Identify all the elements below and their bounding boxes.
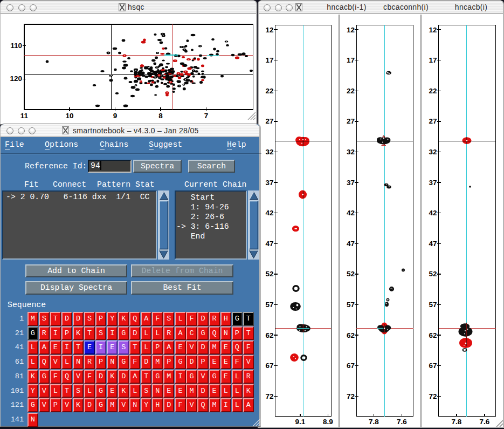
- svg-text:37: 37: [429, 179, 437, 187]
- svg-text:17: 17: [265, 56, 273, 64]
- svg-text:37: 37: [347, 179, 355, 187]
- svg-text:47: 47: [429, 240, 437, 248]
- svg-text:12: 12: [429, 26, 437, 34]
- svg-text:12: 12: [347, 26, 355, 34]
- svg-text:67: 67: [347, 362, 355, 370]
- svg-text:52: 52: [429, 270, 437, 278]
- svg-text:57: 57: [265, 301, 273, 309]
- svg-text:22: 22: [265, 87, 273, 95]
- svg-text:62: 62: [265, 331, 273, 339]
- svg-text:32: 32: [347, 148, 355, 156]
- svg-text:37: 37: [265, 179, 273, 187]
- svg-text:9.1: 9.1: [295, 418, 306, 426]
- svg-text:42: 42: [265, 209, 273, 217]
- svg-text:7.8: 7.8: [369, 418, 379, 426]
- svg-text:62: 62: [429, 331, 437, 339]
- svg-text:22: 22: [347, 87, 355, 95]
- svg-text:42: 42: [347, 209, 355, 217]
- svg-text:47: 47: [347, 240, 355, 248]
- svg-text:32: 32: [265, 148, 273, 156]
- svg-text:57: 57: [347, 301, 355, 309]
- svg-text:7.8: 7.8: [452, 418, 462, 426]
- svg-text:47: 47: [265, 240, 273, 248]
- svg-text:57: 57: [429, 301, 437, 309]
- svg-text:32: 32: [429, 148, 437, 156]
- svg-text:27: 27: [347, 117, 355, 125]
- svg-text:67: 67: [265, 362, 273, 370]
- svg-text:42: 42: [429, 209, 437, 217]
- svg-text:12: 12: [265, 26, 273, 34]
- svg-text:52: 52: [265, 270, 273, 278]
- svg-text:67: 67: [429, 362, 437, 370]
- svg-text:27: 27: [429, 117, 437, 125]
- svg-text:7.6: 7.6: [397, 418, 407, 426]
- svg-text:17: 17: [429, 56, 437, 64]
- svg-text:27: 27: [265, 117, 273, 125]
- svg-text:72: 72: [265, 392, 273, 400]
- svg-text:52: 52: [347, 270, 355, 278]
- svg-text:17: 17: [347, 56, 355, 64]
- svg-text:8.9: 8.9: [323, 418, 333, 426]
- svg-text:7.6: 7.6: [480, 418, 490, 426]
- svg-text:72: 72: [429, 392, 437, 400]
- svg-text:62: 62: [347, 331, 355, 339]
- svg-text:22: 22: [429, 87, 437, 95]
- svg-text:72: 72: [347, 392, 355, 400]
